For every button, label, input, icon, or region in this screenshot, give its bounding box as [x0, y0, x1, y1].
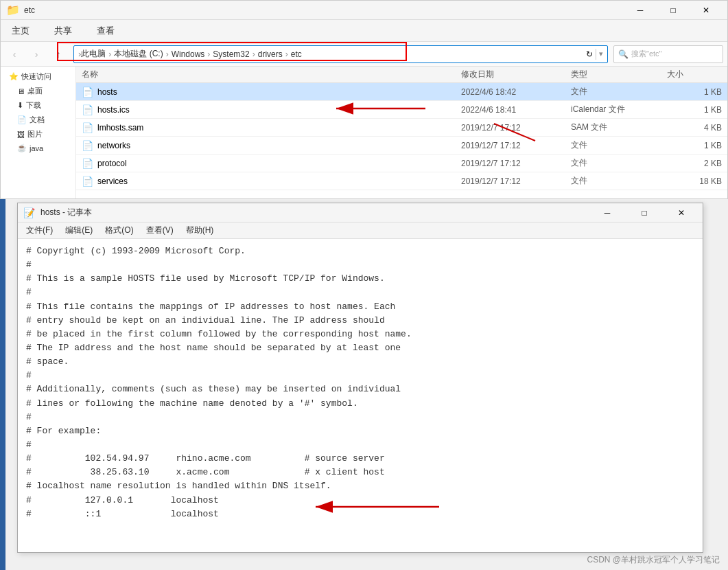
pictures-icon: 🖼	[17, 130, 25, 139]
col-date[interactable]: 修改日期	[461, 69, 571, 80]
notepad-line: #	[26, 286, 694, 299]
col-name[interactable]: 名称	[82, 69, 461, 80]
ribbon-tab-home[interactable]: 主页	[6, 22, 35, 40]
notepad-line: # be placed in the first column followed…	[26, 328, 694, 341]
up-button[interactable]: ↑	[49, 45, 68, 64]
col-type[interactable]: 类型	[571, 69, 667, 80]
file-date: 2019/12/7 17:12	[461, 141, 571, 150]
menu-format[interactable]: 格式(O)	[99, 223, 139, 238]
notepad-line: # This file contains the mappings of IP …	[26, 300, 694, 314]
notepad-line: # 127.0.0.1 localhost	[26, 494, 694, 508]
forward-button[interactable]: ›	[27, 45, 46, 64]
notepad-line: #	[26, 411, 694, 424]
file-list-pane: 名称 修改日期 类型 大小 📄 hosts 2022/4/6 18:42 文件 …	[76, 67, 727, 198]
file-name-cell: 📄 lmhosts.sam	[82, 122, 461, 133]
explorer-folder-icon: 📁	[6, 3, 20, 16]
file-type: 文件	[571, 175, 667, 187]
menu-help[interactable]: 帮助(H)	[180, 223, 220, 238]
address-path: 此电脑 › 本地磁盘 (C:) › Windows › System32 › d…	[81, 48, 583, 60]
search-icon: 🔍	[618, 49, 629, 59]
file-row[interactable]: 📄 protocol 2019/12/7 17:12 文件 2 KB	[76, 155, 727, 172]
explorer-window-controls: ─ □ ✕	[624, 1, 722, 20]
sidebar-downloads[interactable]: ⬇ 下载	[1, 98, 75, 113]
file-type: 文件	[571, 157, 667, 169]
ribbon-tab-view[interactable]: 查看	[91, 22, 120, 40]
notepad-maximize-btn[interactable]: □	[629, 203, 660, 223]
file-row[interactable]: 📄 services 2019/12/7 17:12 文件 18 KB	[76, 172, 727, 190]
file-name-cell: 📄 services	[82, 176, 461, 187]
file-name-cell: 📄 hosts.ics	[82, 104, 461, 115]
file-rows-container: 📄 hosts 2022/4/6 18:42 文件 1 KB 📄 hosts.i…	[76, 83, 727, 190]
menu-file[interactable]: 文件(F)	[21, 223, 58, 238]
sidebar-quick-access[interactable]: ⭐ 快速访问	[1, 69, 75, 84]
notepad-close-btn[interactable]: ✕	[666, 203, 697, 223]
notepad-line: # This is a sample HOSTS file used by Mi…	[26, 272, 694, 286]
download-icon: ⬇	[17, 101, 23, 110]
notepad-line: # Additionally, comments (such as these)…	[26, 383, 694, 396]
file-type: iCalendar 文件	[571, 104, 667, 115]
explorer-title-bar: 📁 etc ─ □ ✕	[1, 1, 727, 20]
notepad-window: 📝 hosts - 记事本 ─ □ ✕ 文件(F) 编辑(E) 格式(O) 查看…	[17, 203, 703, 553]
path-system32[interactable]: System32	[213, 49, 249, 59]
notepad-line: #	[26, 438, 694, 452]
sidebar-documents[interactable]: 📄 文档	[1, 113, 75, 127]
search-box[interactable]: 🔍 搜索"etc"	[613, 45, 723, 63]
file-row[interactable]: 📄 networks 2019/12/7 17:12 文件 1 KB	[76, 137, 727, 155]
ribbon-tabs: 主页 共享 查看	[1, 20, 727, 42]
path-drivers[interactable]: drivers	[258, 49, 283, 59]
path-computer[interactable]: 此电脑	[81, 48, 106, 60]
notepad-line: #	[26, 369, 694, 383]
explorer-close-btn[interactable]: ✕	[690, 1, 722, 20]
explorer-toolbar: ‹ › ↑ › 此电脑 › 本地磁盘 (C:) › Windows › Syst…	[1, 42, 727, 67]
path-windows[interactable]: Windows	[172, 49, 205, 59]
file-size: 1 KB	[667, 141, 722, 150]
file-icon: 📄	[82, 158, 93, 169]
file-type: 文件	[571, 86, 667, 98]
file-date: 2019/12/7 17:12	[461, 159, 571, 168]
file-date: 2019/12/7 17:12	[461, 123, 571, 133]
file-name-cell: 📄 networks	[82, 140, 461, 151]
java-icon: ☕	[17, 144, 27, 152]
file-date: 2019/12/7 17:12	[461, 176, 571, 186]
notepad-text-content[interactable]: # Copyright (c) 1993-2009 Microsoft Corp…	[18, 239, 703, 552]
quick-access-panel: ⭐ 快速访问 🖥 桌面 ⬇ 下载 📄 文档 🖼 图片 ☕ java	[1, 67, 76, 198]
refresh-button[interactable]: ↻	[586, 49, 593, 59]
col-size[interactable]: 大小	[667, 69, 722, 80]
file-type: 文件	[571, 139, 667, 151]
file-row[interactable]: 📄 hosts 2022/4/6 18:42 文件 1 KB	[76, 83, 727, 101]
sidebar-desktop[interactable]: 🖥 桌面	[1, 84, 75, 98]
file-icon: 📄	[82, 87, 93, 98]
notepad-minimize-btn[interactable]: ─	[591, 203, 623, 223]
notepad-line: #	[26, 258, 694, 272]
explorer-body: ⭐ 快速访问 🖥 桌面 ⬇ 下载 📄 文档 🖼 图片 ☕ java	[1, 67, 727, 198]
menu-edit[interactable]: 编辑(E)	[60, 223, 98, 238]
star-icon: ⭐	[9, 72, 19, 81]
address-bar[interactable]: › 此电脑 › 本地磁盘 (C:) › Windows › System32 ›…	[73, 45, 608, 63]
file-row[interactable]: 📄 hosts.ics 2022/4/6 18:41 iCalendar 文件 …	[76, 101, 727, 119]
path-drive[interactable]: 本地磁盘 (C:)	[114, 48, 163, 60]
file-size: 2 KB	[667, 159, 722, 168]
explorer-title: etc	[24, 5, 35, 15]
desktop-icon: 🖥	[17, 87, 25, 95]
ribbon-tab-share[interactable]: 共享	[49, 22, 78, 40]
notepad-title-text: hosts - 记事本	[40, 207, 586, 218]
watermark-text: CSDN @羊村跳水冠军个人学习笔记	[587, 554, 720, 566]
file-date: 2022/4/6 18:42	[461, 87, 571, 97]
file-size: 1 KB	[667, 87, 722, 97]
explorer-maximize-btn[interactable]: □	[657, 1, 689, 20]
sidebar-java[interactable]: ☕ java	[1, 141, 75, 155]
notepad-line: # 38.25.63.10 x.acme.com # x client host	[26, 466, 694, 479]
notepad-line: # localhost name resolution is handled w…	[26, 479, 694, 493]
notepad-line: # The IP address and the host name shoul…	[26, 341, 694, 355]
notepad-line: # Copyright (c) 1993-2009 Microsoft Corp…	[26, 244, 694, 258]
back-button[interactable]: ‹	[5, 45, 24, 64]
menu-view[interactable]: 查看(V)	[141, 223, 179, 238]
file-row[interactable]: 📄 lmhosts.sam 2019/12/7 17:12 SAM 文件 4 K…	[76, 119, 727, 137]
file-size: 18 KB	[667, 176, 722, 186]
explorer-minimize-btn[interactable]: ─	[624, 1, 656, 20]
file-size: 4 KB	[667, 123, 722, 133]
notepad-line: # entry should be kept on an individual …	[26, 314, 694, 328]
notepad-line: # ::1 localhost	[26, 508, 694, 521]
sidebar-pictures[interactable]: 🖼 图片	[1, 127, 75, 141]
path-etc[interactable]: etc	[291, 49, 302, 59]
